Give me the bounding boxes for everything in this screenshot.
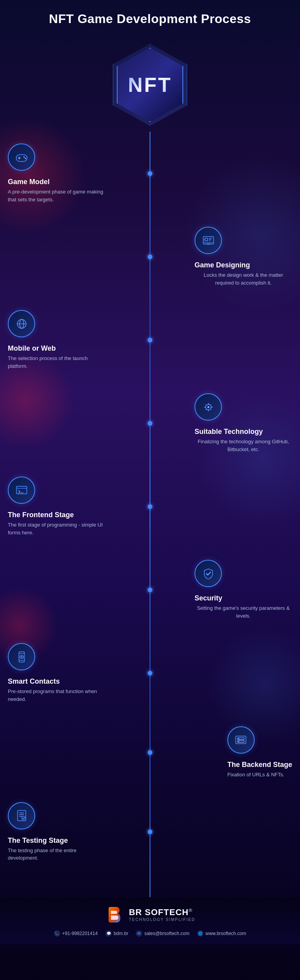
footer-contact: 📞 +91-9982201414 💬 bdm.br ✉ sales@brsoft… <box>54 930 246 937</box>
nft-label: NFT <box>128 73 172 97</box>
game-model-icon <box>8 143 35 171</box>
svg-rect-8 <box>205 238 207 241</box>
step-backend: The Backend Stage Fixation of URLs & NFT… <box>0 715 300 790</box>
suitable-tech-icon <box>195 393 222 421</box>
skype-value: bdm.br <box>114 931 128 936</box>
step-smart-contacts: Smart Contacts Pre-stored programs that … <box>0 631 300 715</box>
footer: BR SOFTECH® TECHNOLOGY SIMPLIFIED 📞 +91-… <box>0 897 300 944</box>
game-designing-icon <box>195 227 222 254</box>
step-mobile-web: Mobile or Web The selection process of t… <box>0 298 300 382</box>
step-suitable-tech: Suitable Technology Finalizing the techn… <box>0 382 300 465</box>
frontend-desc: The first stage of programming - simple … <box>8 521 105 536</box>
backend-title: The Backend Stage <box>227 761 292 769</box>
mobile-web-desc: The selection process of the launch plat… <box>8 355 105 370</box>
email-icon: ✉ <box>136 930 142 937</box>
contact-website: 🌐 www.brsoftech.com <box>197 930 246 937</box>
nft-hexagon: NFT <box>115 46 185 124</box>
smart-contacts-desc: Pre-stored programs that function when n… <box>8 688 105 703</box>
step-game-model: Game Model A pre-development phase of ga… <box>0 132 300 215</box>
game-model-title: Game Model <box>8 178 50 186</box>
step-frontend: The Frontend Stage The first stage of pr… <box>0 465 300 548</box>
smart-contacts-title: Smart Contacts <box>8 677 60 686</box>
svg-point-24 <box>21 656 22 658</box>
security-icon <box>195 560 222 587</box>
svg-point-16 <box>207 406 209 408</box>
step-game-designing: Game Designing Locks the design work & t… <box>0 215 300 298</box>
security-desc: Setting the game's security parameters &… <box>195 604 292 620</box>
globe-icon: 🌐 <box>197 930 204 937</box>
frontend-title: The Frontend Stage <box>8 511 74 519</box>
footer-logo-text: BR SOFTECH® TECHNOLOGY SIMPLIFIED <box>129 907 195 922</box>
logo-name: BR SOFTECH® <box>129 907 195 917</box>
svg-point-4 <box>25 158 26 159</box>
security-title: Security <box>195 594 222 602</box>
phone-icon: 📞 <box>54 930 60 937</box>
testing-icon <box>8 802 35 830</box>
svg-point-3 <box>23 156 25 158</box>
svg-point-28 <box>238 738 239 739</box>
suitable-tech-desc: Finalizing the technology among GitHub, … <box>195 438 292 453</box>
svg-point-29 <box>238 741 239 742</box>
contact-email: ✉ sales@brsoftech.com <box>136 930 189 937</box>
brsoftech-logo-icon <box>105 905 124 924</box>
testing-title: The Testing Stage <box>8 837 68 845</box>
backend-icon <box>227 726 255 754</box>
website-value: www.brsoftech.com <box>205 931 246 936</box>
mobile-web-title: Mobile or Web <box>8 344 56 353</box>
backend-desc: Fixation of URLs & NFTs. <box>227 771 284 779</box>
skype-icon: 💬 <box>105 930 112 937</box>
svg-point-9 <box>204 239 205 240</box>
suitable-tech-title: Suitable Technology <box>195 428 263 436</box>
email-value: sales@brsoftech.com <box>144 931 189 936</box>
smart-contacts-icon <box>8 643 35 670</box>
logo-tagline: TECHNOLOGY SIMPLIFIED <box>129 917 195 922</box>
game-designing-desc: Locks the design work & the matter requi… <box>195 271 292 287</box>
game-designing-title: Game Designing <box>195 261 250 269</box>
timeline: Game Model A pre-development phase of ga… <box>0 132 300 897</box>
step-security: Security Setting the game's security par… <box>0 548 300 631</box>
step-testing: The Testing Stage The testing phase of t… <box>0 790 300 874</box>
phone-value: +91-9982201414 <box>62 931 98 936</box>
contact-skype: 💬 bdm.br <box>105 930 128 937</box>
testing-desc: The testing phase of the entire developm… <box>8 847 105 862</box>
page-header: NFT Game Development Process <box>0 0 300 34</box>
footer-logo: BR SOFTECH® TECHNOLOGY SIMPLIFIED <box>105 905 195 924</box>
mobile-web-icon <box>8 310 35 337</box>
contact-phone: 📞 +91-9982201414 <box>54 930 98 937</box>
page-title: NFT Game Development Process <box>8 12 292 26</box>
frontend-icon <box>8 477 35 504</box>
game-model-desc: A pre-development phase of game making t… <box>8 188 105 203</box>
nft-hero: NFT <box>0 34 300 132</box>
